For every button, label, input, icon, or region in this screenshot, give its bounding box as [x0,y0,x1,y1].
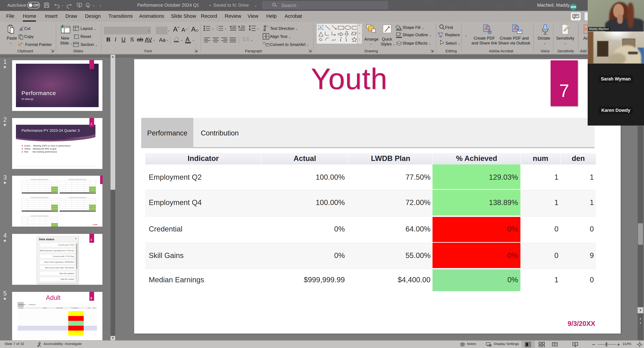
svg-text:b: b [438,31,440,35]
svg-text:A: A [319,25,322,30]
